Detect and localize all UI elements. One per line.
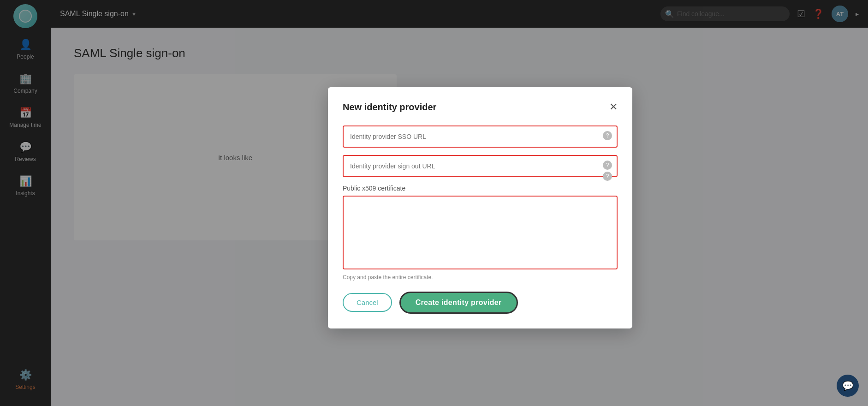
sign-out-url-group: ? <box>343 155 618 177</box>
cert-label: Public x509 certificate <box>343 185 618 192</box>
cert-hint: Copy and paste the entire certificate. <box>343 274 618 281</box>
cancel-button[interactable]: Cancel <box>343 293 392 312</box>
create-identity-provider-button[interactable]: Create identity provider <box>399 292 518 314</box>
modal: New identity provider ✕ ? ? ? Public x50… <box>328 87 632 328</box>
cert-help-icon[interactable]: ? <box>603 172 612 181</box>
modal-overlay[interactable]: New identity provider ✕ ? ? ? Public x50… <box>0 0 868 406</box>
modal-close-button[interactable]: ✕ <box>609 102 618 112</box>
modal-header: New identity provider ✕ <box>343 102 618 113</box>
chat-bubble-button[interactable]: 💬 <box>837 375 859 397</box>
modal-actions: Cancel Create identity provider <box>343 292 618 314</box>
sign-out-url-input[interactable] <box>343 155 618 177</box>
cert-textarea[interactable] <box>343 196 618 269</box>
cert-group: ? Public x509 certificate <box>343 185 618 271</box>
sso-url-help-icon[interactable]: ? <box>603 131 612 140</box>
modal-title: New identity provider <box>343 102 436 113</box>
sso-url-group: ? <box>343 125 618 148</box>
sso-url-input[interactable] <box>343 125 618 148</box>
chat-icon: 💬 <box>842 380 854 391</box>
sign-out-url-help-icon[interactable]: ? <box>603 161 612 170</box>
